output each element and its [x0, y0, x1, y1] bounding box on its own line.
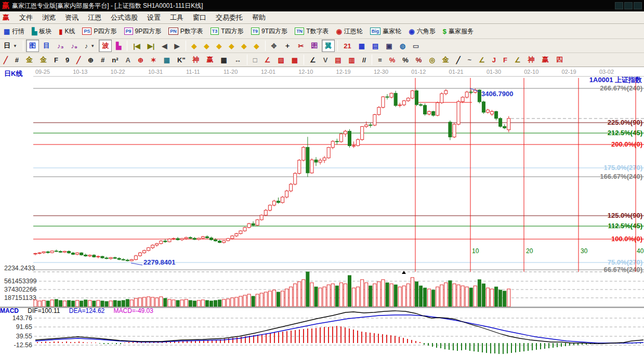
gold-angle-tool[interactable]: ∠ — [476, 55, 488, 65]
red-circle-cross-tool[interactable]: ⊕ — [135, 55, 147, 65]
k-mark-tool[interactable]: K" — [174, 55, 189, 65]
gold-circle-tool[interactable]: ◎ — [426, 55, 438, 65]
gold-lines-tool[interactable]: 金 — [439, 54, 452, 66]
j-angle-tool[interactable]: J — [489, 55, 499, 65]
chart-pattern-button[interactable]: 图 — [26, 40, 39, 52]
f-angle-tool[interactable]: F — [500, 55, 510, 65]
percent-lines-tool[interactable]: % — [413, 55, 425, 65]
gann-fan-tool[interactable]: ∠ — [261, 55, 274, 65]
gold-angle2-tool[interactable]: ∠ — [511, 55, 524, 65]
wave-3-button[interactable]: ♪₃ — [54, 41, 67, 51]
brush-tool[interactable]: ╱ — [453, 55, 464, 65]
star-web-tool[interactable]: ✶ — [148, 55, 160, 65]
shen-grid-tool[interactable]: 神 — [190, 54, 203, 66]
note-button[interactable]: ♪▼ — [82, 41, 98, 51]
wave-9-button[interactable]: ♪₉ — [68, 41, 80, 51]
diamond-shrink-button[interactable]: ◆ — [226, 41, 238, 51]
red-grid4-tool[interactable]: ▥ — [346, 55, 358, 65]
red-grid3-tool[interactable]: ▤ — [332, 55, 344, 65]
t-square-button[interactable]: T3T四方形 — [207, 25, 247, 37]
last-page-button[interactable]: ▶| — [144, 41, 158, 51]
square-web-tool[interactable]: ▦ — [161, 55, 173, 65]
menu-item-10[interactable]: 帮助 — [247, 11, 270, 24]
mirror-tool[interactable]: A — [123, 55, 134, 65]
kline-button[interactable]: ▮K线 — [56, 25, 78, 37]
spiral9-tool[interactable]: 9 — [62, 55, 72, 65]
menu-item-8[interactable]: 窗口 — [188, 11, 211, 24]
menu-item-7[interactable]: 工具 — [165, 11, 188, 24]
p-table-button[interactable]: PNP数字表 — [165, 25, 206, 37]
diamond-vexpand-button[interactable]: ◆ — [239, 41, 250, 51]
shen-angle-tool[interactable]: 神 — [525, 54, 538, 66]
p-square-button[interactable]: PSP四方形 — [79, 25, 120, 37]
calculator-button[interactable]: ▦ — [356, 41, 368, 51]
prev-button[interactable]: ◀ — [159, 41, 170, 51]
knife-tool[interactable]: ╱ — [1, 55, 11, 65]
brain-tool-button[interactable]: 翼 — [322, 40, 335, 52]
ying-angle-tool[interactable]: 赢 — [539, 54, 552, 66]
crosshair-button[interactable]: ＋ — [281, 40, 294, 52]
grid-123-tool[interactable]: ▦ — [218, 55, 230, 65]
winner-service-button[interactable]: $赢家服务 — [440, 25, 477, 37]
calendar-button[interactable]: 21 — [340, 41, 354, 51]
period-day-button-dropdown-icon[interactable]: ▼ — [13, 44, 17, 48]
save-button[interactable]: ▣ — [383, 41, 395, 51]
gann-wheel-button[interactable]: ◉江恩轮 — [333, 25, 365, 37]
menu-item-3[interactable]: 资讯 — [60, 11, 83, 24]
percent-triangle-tool[interactable]: % — [386, 55, 399, 65]
box-tool[interactable]: □ — [250, 55, 260, 65]
gold-grid2-tool[interactable]: 金 — [37, 54, 50, 66]
hexagon-button[interactable]: ◉六角形 — [405, 25, 438, 37]
compass-circle-tool[interactable]: ⊕ — [85, 55, 97, 65]
f-grid-tool[interactable]: F — [51, 55, 61, 65]
color-distribution-button[interactable]: ▙ — [113, 41, 124, 51]
9t-square-button[interactable]: T99T四方形 — [248, 25, 291, 37]
cut-tool-button[interactable]: ✂ — [295, 41, 307, 51]
note-button-dropdown-icon[interactable]: ▼ — [90, 44, 95, 48]
maximize-button[interactable] — [624, 2, 633, 9]
menu-item-1[interactable]: 文件 — [15, 11, 37, 24]
9p-square-button[interactable]: P99P四方形 — [121, 25, 165, 37]
next-button[interactable]: ▶ — [172, 41, 183, 51]
gold-grid-tool[interactable]: 金 — [23, 54, 36, 66]
close-button[interactable] — [634, 2, 642, 9]
parallel-lines-tool[interactable]: // — [359, 55, 369, 65]
hand-tool-button[interactable]: ✥ — [268, 41, 280, 51]
angle-line-tool[interactable]: ∠ — [307, 55, 319, 65]
winner-wheel-button[interactable]: Big赢家轮 — [367, 25, 405, 37]
wave-v-tool[interactable]: V — [320, 55, 331, 65]
quotes-button[interactable]: ▦行情 — [1, 25, 28, 37]
list-tool[interactable]: ≡ — [375, 55, 385, 65]
red-gridbox2-tool[interactable]: ▩ — [288, 55, 301, 65]
ying-grid-tool[interactable]: 赢 — [204, 54, 217, 66]
n-square-tool[interactable]: n² — [109, 55, 121, 65]
first-page-button[interactable]: |◀ — [130, 41, 143, 51]
red-gridbox-tool[interactable]: ▨ — [274, 55, 287, 65]
sectors-button[interactable]: ▙板块 — [29, 25, 55, 37]
stamp-tool-button[interactable]: 囲 — [308, 40, 321, 52]
diamond-left-button[interactable]: ◆ — [189, 41, 200, 51]
web-save-button[interactable]: ◍ — [397, 41, 409, 51]
t-table-button[interactable]: TNT数字表 — [292, 25, 332, 37]
minimize-button[interactable] — [615, 2, 623, 9]
notepad-button[interactable]: ▤ — [369, 41, 382, 51]
menu-item-6[interactable]: 设置 — [142, 11, 165, 24]
diamond-right-button[interactable]: ◆ — [201, 41, 213, 51]
knife2-tool[interactable]: ╱ — [73, 55, 84, 65]
info-panel-button[interactable]: 目 — [40, 40, 53, 52]
diamond-vshrink-button[interactable]: ◆ — [251, 41, 262, 51]
gann-grid-tool[interactable]: # — [12, 55, 22, 65]
grid2-tool[interactable]: # — [98, 55, 108, 65]
percent-tool[interactable]: % — [399, 55, 412, 65]
diamond-expand-button[interactable]: ◆ — [214, 41, 225, 51]
menu-item-2[interactable]: 浏览 — [37, 11, 60, 24]
wave-a-tool[interactable]: ~ — [465, 55, 475, 65]
menu-item-5[interactable]: 公式选股 — [106, 11, 142, 24]
wave-box-button[interactable]: 波 — [99, 40, 112, 52]
period-day-button[interactable]: 日▼ — [1, 40, 20, 52]
width-arrow-tool[interactable]: ↔ — [231, 55, 244, 65]
four-angle-tool[interactable]: 四 — [553, 54, 566, 66]
menu-item-4[interactable]: 江恩 — [83, 11, 106, 24]
menu-item-9[interactable]: 交易委托 — [211, 11, 247, 24]
print-button[interactable]: ▭ — [410, 41, 422, 51]
